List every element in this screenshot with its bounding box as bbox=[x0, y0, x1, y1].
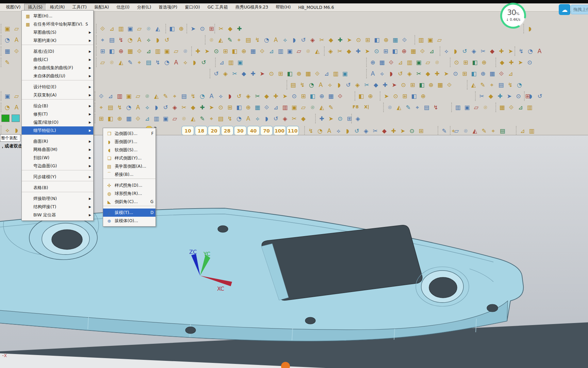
toolbar-icon[interactable]: ⊕ bbox=[399, 47, 409, 56]
toolbar-icon[interactable]: ▥ bbox=[527, 126, 536, 135]
insert-menu-item[interactable]: 网格曲面(M) ▶ bbox=[22, 145, 93, 154]
toolbar-icon[interactable]: ▤ bbox=[179, 92, 189, 101]
menu-bar-item[interactable]: 格式(R) bbox=[46, 4, 68, 11]
toolbar-icon[interactable]: ↯ bbox=[506, 80, 515, 89]
toolbar-icon[interactable]: ◧ bbox=[390, 47, 399, 56]
toolbar-icon[interactable]: ⊙ bbox=[290, 92, 299, 101]
toolbar-icon[interactable]: ▦ bbox=[126, 47, 135, 56]
insert-menu-item[interactable]: BIW 定位器 ▶ bbox=[22, 211, 93, 219]
toolbar-icon[interactable]: ⌾ bbox=[143, 92, 152, 101]
toolbar-icon[interactable]: ▱ bbox=[172, 47, 181, 56]
toolbar-icon[interactable]: ⊙ bbox=[372, 47, 381, 56]
toolbar-icon[interactable]: ◧ bbox=[409, 92, 419, 101]
toolbar-icon[interactable]: A bbox=[535, 47, 544, 56]
toolbar-icon[interactable]: ⌾ bbox=[304, 47, 313, 56]
toolbar-icon[interactable]: ▦ bbox=[488, 69, 497, 78]
toolbar-icon[interactable]: ▱ bbox=[294, 47, 304, 56]
insert-menu-item[interactable]: 焊接助理(N) ▶ bbox=[22, 195, 93, 203]
toolbar-icon[interactable]: ⊕ bbox=[368, 58, 377, 67]
toolbar-icon[interactable]: ➤ bbox=[516, 58, 525, 67]
toolbar-icon[interactable]: ◔ bbox=[307, 80, 316, 89]
insert-menu-item[interactable]: 同步建模(Y) ▶ bbox=[22, 173, 93, 181]
toolbar-icon[interactable]: ◗ bbox=[12, 126, 21, 135]
toolbar-icon[interactable]: ⊙ bbox=[391, 92, 400, 101]
toolbar-icon[interactable]: ▤ bbox=[216, 114, 225, 123]
toolbar-icon[interactable]: ⊕ bbox=[419, 92, 428, 101]
toolbar-icon[interactable]: ◗ bbox=[387, 69, 396, 78]
toolbar-icon[interactable]: ⊙ bbox=[452, 58, 461, 67]
toolbar-icon[interactable]: ↺ bbox=[212, 69, 221, 78]
submenu-item[interactable]: ◖ 软倒圆(S)... bbox=[103, 146, 156, 154]
toolbar-icon[interactable]: ⟡ bbox=[216, 92, 225, 101]
toolbar-icon[interactable]: ✂ bbox=[317, 35, 326, 44]
toolbar-icon[interactable]: ➤ bbox=[390, 80, 399, 89]
toolbar-icon[interactable]: ◔ bbox=[515, 80, 524, 89]
toolbar-icon[interactable]: ◧ bbox=[308, 92, 317, 101]
toolbar-icon[interactable]: ↺ bbox=[535, 92, 544, 101]
toolbar-icon[interactable]: ⊙ bbox=[399, 80, 408, 89]
toolbar-icon[interactable]: ▣ bbox=[3, 24, 12, 33]
toolbar-icon[interactable]: ⊕ bbox=[239, 47, 248, 56]
toolbar-icon[interactable]: ⌾ bbox=[107, 58, 116, 67]
toolbar-icon[interactable]: ⟡ bbox=[253, 114, 262, 123]
insert-menu-item[interactable]: 基准/点(D) ▶ bbox=[22, 47, 93, 56]
toolbar-icon[interactable]: ◈ bbox=[405, 69, 414, 78]
toolbar-icon[interactable]: ➤ bbox=[506, 47, 515, 56]
toolbar-icon[interactable]: ◗ bbox=[152, 103, 161, 112]
toolbar-text-button[interactable]: X| bbox=[364, 104, 369, 109]
toolbar-icon[interactable]: ⊞ bbox=[276, 69, 285, 78]
toolbar-icon[interactable]: ✂ bbox=[230, 69, 239, 78]
toolbar-icon[interactable]: ⌾ bbox=[385, 103, 394, 112]
toolbar-icon[interactable]: ✚ bbox=[317, 114, 326, 123]
toolbar-icon[interactable]: A bbox=[368, 69, 377, 78]
toolbar-icon[interactable]: ↺ bbox=[162, 35, 172, 44]
toolbar-icon[interactable]: ✚ bbox=[507, 58, 516, 67]
toolbar-icon[interactable]: ⟐ bbox=[97, 92, 106, 101]
toolbar-icon[interactable]: ◆ bbox=[299, 114, 308, 123]
toolbar-icon[interactable]: ⟡ bbox=[3, 126, 12, 135]
toolbar-icon[interactable]: ➤ bbox=[382, 92, 391, 101]
toolbar-icon[interactable]: ⊙ bbox=[216, 103, 225, 112]
menu-bar-item[interactable]: 视图(V) bbox=[2, 4, 24, 11]
toolbar-icon[interactable]: ↯ bbox=[153, 58, 162, 67]
toolbar-icon[interactable]: ⟐ bbox=[258, 47, 267, 56]
toolbar-icon[interactable]: A bbox=[133, 103, 143, 112]
toolbar-icon[interactable]: ▦ bbox=[391, 35, 400, 44]
toolbar-icon[interactable]: ⟐ bbox=[262, 103, 271, 112]
toolbar-icon[interactable]: ⊕ bbox=[115, 114, 124, 123]
toolbar-icon[interactable]: ▤ bbox=[496, 80, 506, 89]
toolbar-icon[interactable]: ◈ bbox=[469, 47, 478, 56]
toolbar-icon[interactable]: ◭ bbox=[317, 103, 326, 112]
toolbar-icon[interactable]: ⊿ bbox=[271, 103, 280, 112]
toolbar-icon[interactable]: ✂ bbox=[179, 103, 189, 112]
toolbar-icon[interactable]: ◆ bbox=[344, 47, 354, 56]
toolbar-icon[interactable]: ▣ bbox=[340, 69, 349, 78]
toolbar-icon[interactable]: ↯ bbox=[517, 47, 526, 56]
toolbar-icon[interactable]: ⌾ bbox=[144, 24, 153, 33]
toolbar-icon[interactable]: ◗ bbox=[334, 80, 344, 89]
toolbar-icon[interactable]: ⊙ bbox=[198, 24, 207, 33]
toolbar-icon[interactable]: ▥ bbox=[405, 58, 414, 67]
toolbar-icon[interactable]: ⟡ bbox=[280, 35, 290, 44]
insert-menu-item[interactable]: 结构焊接(T) ▶ bbox=[22, 203, 93, 211]
toolbar-icon[interactable]: ⊿ bbox=[322, 69, 331, 78]
toolbar-icon[interactable]: ▥ bbox=[416, 35, 426, 44]
toolbar-icon[interactable]: ⌖ bbox=[207, 114, 216, 123]
toolbar-icon[interactable]: ◭ bbox=[469, 80, 478, 89]
toolbar-icon[interactable]: ⟐ bbox=[313, 69, 322, 78]
radius-preset-button[interactable]: 18 bbox=[195, 126, 208, 136]
insert-menu-item[interactable]: ▩ 在任务环境中绘制草图(V)... S ▶ bbox=[22, 20, 93, 28]
toolbar-icon[interactable]: ✂ bbox=[216, 24, 226, 33]
toolbar-icon[interactable]: ▤ bbox=[289, 80, 298, 89]
toolbar-icon[interactable]: ⊙ bbox=[267, 69, 276, 78]
toolbar-icon[interactable]: ⊞ bbox=[408, 80, 417, 89]
toolbar-icon[interactable]: ▱ bbox=[472, 103, 481, 112]
toolbar-icon[interactable]: ▥ bbox=[331, 69, 340, 78]
toolbar-icon[interactable]: ⊞ bbox=[97, 114, 106, 123]
toolbar-icon[interactable]: A bbox=[325, 126, 334, 135]
toolbar-icon[interactable]: ➤ bbox=[207, 103, 216, 112]
toolbar-icon[interactable]: ▦ bbox=[436, 80, 445, 89]
toolbar-icon[interactable]: ⊙ bbox=[514, 92, 523, 101]
toolbar-icon[interactable]: ⌾ bbox=[308, 103, 317, 112]
speed-badge[interactable]: 30% ↓ 0.4K/s bbox=[500, 2, 527, 29]
